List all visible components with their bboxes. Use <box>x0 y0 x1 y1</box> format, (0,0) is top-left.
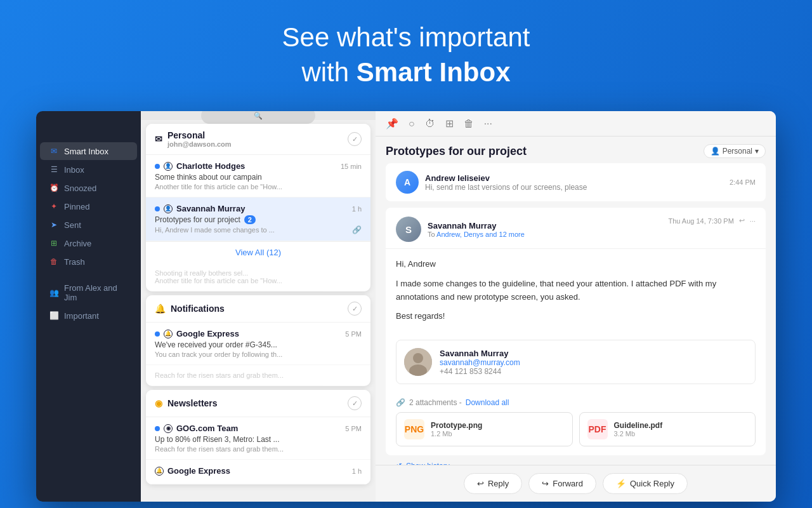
email-item-savannah[interactable]: 👤 Savannah Murray 1 h Prototypes for our… <box>146 197 370 241</box>
sidebar-label-pinned: Pinned <box>64 202 128 211</box>
more-icon[interactable]: ··· <box>484 118 492 130</box>
email-item-charlotte[interactable]: 👤 Charlotte Hodges 15 min Some thinks ab… <box>146 155 370 197</box>
newsletters-header: ◉ Newsletters ✓ <box>146 390 370 417</box>
newsletters-title: Newsletters <box>167 398 218 408</box>
reply-label: Reply <box>488 479 509 488</box>
avatar-andrew: A <box>396 171 419 194</box>
sender-card-phone: +44 121 853 8244 <box>440 367 520 376</box>
email-subject-gog: Up to 80% off Risen 3, Metro: Last ... <box>155 435 362 444</box>
email-sender-name: Savannah Murray <box>428 221 525 231</box>
personal-badge-label: Personal <box>723 147 752 156</box>
sidebar-label-sent: Sent <box>64 220 128 230</box>
clock-icon[interactable]: ⏱ <box>425 118 435 130</box>
hero-line2-regular: with <box>301 57 356 87</box>
attachment-png[interactable]: PNG Prototype.png 1.2 Mb <box>396 412 573 446</box>
newsletters-section: ◉ Newsletters ✓ ◉ GOG.com Team 5 PM <box>146 390 370 485</box>
rss-icon: ◉ <box>155 398 162 408</box>
sidebar-label-from-alex: From Alex and Jim <box>64 283 128 302</box>
sidebar-item-smart-inbox[interactable]: ✉ Smart Inbox <box>40 142 137 160</box>
chevron-down-icon: ▾ <box>755 147 759 156</box>
unread-indicator-gog <box>155 426 160 431</box>
thread-preview-andrew[interactable]: A Andrew Ieliseiev Hi, send me last vers… <box>386 163 766 201</box>
view-all-personal[interactable]: View All (12) <box>146 241 370 263</box>
email-time-gog: 5 PM <box>345 425 362 432</box>
personal-section: ✉ Personal john@dawson.com ✓ 👤 <box>146 124 370 291</box>
reply-button[interactable]: ↩ Reply <box>464 473 522 494</box>
circle-icon[interactable]: ○ <box>409 118 415 130</box>
email-list-panel: 🔍 ✉ Personal john@dawson.com ✓ <box>141 111 376 502</box>
more-email-icon[interactable]: ··· <box>750 217 756 225</box>
sidebar-item-important[interactable]: ⬜ Important <box>40 307 137 324</box>
svg-point-1 <box>413 353 423 363</box>
avatar-savannah: S <box>396 217 421 242</box>
email-time-google: 5 PM <box>345 330 362 338</box>
person-label-icon: 👤 <box>710 147 720 156</box>
quick-reply-icon: ⚡ <box>616 479 626 488</box>
sidebar-item-snoozed[interactable]: ⏰ Snoozed <box>40 179 137 197</box>
sender-card-email[interactable]: savannah@murray.com <box>440 358 520 367</box>
attachment-indicator-savannah: 🔗 <box>352 225 362 234</box>
bell-icon: 🔔 <box>155 304 166 314</box>
pin-icon[interactable]: 📌 <box>386 117 398 130</box>
thread-preview-text-andrew: Hi, send me last versions of our screens… <box>425 183 587 192</box>
attachments-header: 🔗 2 attachments - Download all <box>396 398 756 407</box>
sidebar-item-trash[interactable]: 🗑 Trash <box>40 253 137 271</box>
reply-inline-icon[interactable]: ↩ <box>739 217 745 225</box>
attachment-png-size: 1.2 Mb <box>431 430 482 438</box>
email-subject-google: We've received your order #G-345... <box>155 340 362 349</box>
email-subject-savannah: Prototypes for our project 2 <box>155 215 362 224</box>
unread-indicator-savannah <box>155 206 160 211</box>
email-item-gog[interactable]: ◉ GOG.com Team 5 PM Up to 80% off Risen … <box>146 417 370 460</box>
sidebar-item-pinned[interactable]: ✦ Pinned <box>40 197 137 215</box>
email-item-google-express2[interactable]: 🔔 Google Express 1 h <box>146 460 370 485</box>
newsletters-collapse-btn[interactable]: ✓ <box>348 396 362 410</box>
sender-name-google2: Google Express <box>167 466 230 476</box>
email-list-scroll[interactable]: ✉ Personal john@dawson.com ✓ 👤 <box>141 120 376 502</box>
detail-panel: 📌 ○ ⏱ ⊞ 🗑 ··· Prototypes for our project… <box>376 111 776 502</box>
detail-toolbar: 📌 ○ ⏱ ⊞ 🗑 ··· <box>376 111 776 137</box>
personal-title: Personal <box>167 130 232 140</box>
sidebar-item-inbox[interactable]: ☰ Inbox <box>40 161 137 178</box>
email-item-google-express[interactable]: 🔔 Google Express 5 PM We've received you… <box>146 323 370 365</box>
sender-card-avatar <box>404 348 432 376</box>
hero-section: See what's important with Smart Inbox <box>0 0 812 90</box>
notifications-collapse-btn[interactable]: ✓ <box>348 302 362 316</box>
sender-name-savannah: Savannah Murray <box>176 204 245 213</box>
email-preview-gog: Reach for the risen stars and grab them.… <box>155 445 362 453</box>
email-greeting: Hi, Andrew <box>396 258 756 271</box>
show-history-btn[interactable]: ↺ Show history <box>386 455 766 465</box>
inbox-icon: ☰ <box>49 164 59 175</box>
email-item-extra[interactable]: Shooting it really bothers sel... Anothe… <box>146 263 370 291</box>
sidebar-item-from-alex[interactable]: 👥 From Alex and Jim <box>40 279 137 306</box>
unread-indicator-google <box>155 331 160 337</box>
email-time-charlotte: 15 min <box>341 163 362 170</box>
search-bar-placeholder[interactable]: 🔍 <box>254 112 263 120</box>
attachments-section: 🔗 2 attachments - Download all PNG Proto… <box>386 392 766 455</box>
notifications-header: 🔔 Notifications ✓ <box>146 295 370 323</box>
forward-button[interactable]: ↪ Forward <box>528 473 596 494</box>
group-alex-icon: 👥 <box>49 288 59 298</box>
attachment-pdf[interactable]: PDF Guideline.pdf 3.2 Mb <box>579 412 756 446</box>
to-line-link[interactable]: Andrew, Denys and 12 more <box>436 231 525 238</box>
personal-subtitle: john@dawson.com <box>167 140 232 148</box>
email-body-content: Hi, Andrew I made some changes to the gu… <box>386 249 766 332</box>
sidebar-label-important: Important <box>64 311 128 321</box>
snoozed-icon: ⏰ <box>49 183 59 193</box>
sender-name-charlotte: Charlotte Hodges <box>176 161 245 171</box>
email-body-card: S Savannah Murray To Andrew, Denys and 1… <box>386 208 766 455</box>
email-body-header: S Savannah Murray To Andrew, Denys and 1… <box>386 208 766 249</box>
sender-avatar-google2: 🔔 <box>155 467 164 476</box>
download-all-link[interactable]: Download all <box>466 398 509 407</box>
thread-time-andrew: 2:44 PM <box>730 178 756 186</box>
app-window: ✉ Smart Inbox ☰ Inbox ⏰ Snoozed ✦ Pinned… <box>36 111 776 502</box>
sidebar-item-sent[interactable]: ➤ Sent <box>40 216 137 234</box>
email-item-extra2[interactable]: Reach for the risen stars and grab them.… <box>146 365 370 386</box>
personal-collapse-btn[interactable]: ✓ <box>348 132 362 146</box>
quick-reply-button[interactable]: ⚡ Quick Reply <box>603 473 688 494</box>
email-thread[interactable]: A Andrew Ieliseiev Hi, send me last vers… <box>376 163 776 465</box>
sidebar-label-archive: Archive <box>64 239 128 248</box>
archive-toolbar-icon[interactable]: ⊞ <box>445 117 454 130</box>
trash-toolbar-icon[interactable]: 🗑 <box>464 118 474 130</box>
sidebar-item-archive[interactable]: ⊞ Archive <box>40 234 137 252</box>
sender-avatar-google: 🔔 <box>164 330 173 338</box>
